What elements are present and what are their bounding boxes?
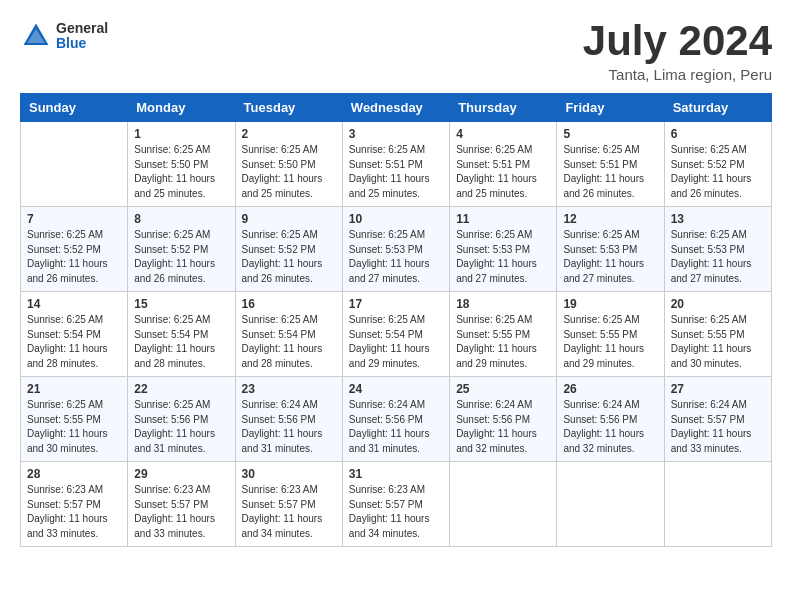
day-number: 2 — [242, 127, 336, 141]
day-info: Sunrise: 6:25 AMSunset: 5:51 PMDaylight:… — [563, 143, 657, 201]
day-number: 7 — [27, 212, 121, 226]
calendar-cell: 24Sunrise: 6:24 AMSunset: 5:56 PMDayligh… — [342, 377, 449, 462]
day-info: Sunrise: 6:25 AMSunset: 5:53 PMDaylight:… — [671, 228, 765, 286]
calendar-cell: 17Sunrise: 6:25 AMSunset: 5:54 PMDayligh… — [342, 292, 449, 377]
day-number: 17 — [349, 297, 443, 311]
calendar-cell — [557, 462, 664, 547]
calendar-cell: 15Sunrise: 6:25 AMSunset: 5:54 PMDayligh… — [128, 292, 235, 377]
location-text: Tanta, Lima region, Peru — [583, 66, 772, 83]
calendar-cell — [664, 462, 771, 547]
calendar-cell — [21, 122, 128, 207]
day-number: 28 — [27, 467, 121, 481]
day-number: 18 — [456, 297, 550, 311]
day-info: Sunrise: 6:25 AMSunset: 5:52 PMDaylight:… — [134, 228, 228, 286]
day-info: Sunrise: 6:23 AMSunset: 5:57 PMDaylight:… — [242, 483, 336, 541]
day-number: 29 — [134, 467, 228, 481]
month-title: July 2024 — [583, 20, 772, 62]
day-number: 9 — [242, 212, 336, 226]
day-info: Sunrise: 6:24 AMSunset: 5:56 PMDaylight:… — [242, 398, 336, 456]
calendar-day-header: Friday — [557, 94, 664, 122]
day-info: Sunrise: 6:25 AMSunset: 5:51 PMDaylight:… — [456, 143, 550, 201]
calendar-day-header: Monday — [128, 94, 235, 122]
day-info: Sunrise: 6:24 AMSunset: 5:57 PMDaylight:… — [671, 398, 765, 456]
calendar-cell: 3Sunrise: 6:25 AMSunset: 5:51 PMDaylight… — [342, 122, 449, 207]
day-number: 14 — [27, 297, 121, 311]
day-number: 5 — [563, 127, 657, 141]
day-info: Sunrise: 6:25 AMSunset: 5:56 PMDaylight:… — [134, 398, 228, 456]
calendar-day-header: Tuesday — [235, 94, 342, 122]
day-number: 21 — [27, 382, 121, 396]
calendar-week-row: 7Sunrise: 6:25 AMSunset: 5:52 PMDaylight… — [21, 207, 772, 292]
day-info: Sunrise: 6:24 AMSunset: 5:56 PMDaylight:… — [349, 398, 443, 456]
day-number: 24 — [349, 382, 443, 396]
day-info: Sunrise: 6:25 AMSunset: 5:54 PMDaylight:… — [27, 313, 121, 371]
day-number: 27 — [671, 382, 765, 396]
calendar-day-header: Saturday — [664, 94, 771, 122]
day-number: 30 — [242, 467, 336, 481]
day-info: Sunrise: 6:25 AMSunset: 5:55 PMDaylight:… — [671, 313, 765, 371]
calendar-cell: 12Sunrise: 6:25 AMSunset: 5:53 PMDayligh… — [557, 207, 664, 292]
title-block: July 2024 Tanta, Lima region, Peru — [583, 20, 772, 83]
calendar-cell: 20Sunrise: 6:25 AMSunset: 5:55 PMDayligh… — [664, 292, 771, 377]
calendar-cell: 18Sunrise: 6:25 AMSunset: 5:55 PMDayligh… — [450, 292, 557, 377]
day-number: 25 — [456, 382, 550, 396]
calendar-cell: 13Sunrise: 6:25 AMSunset: 5:53 PMDayligh… — [664, 207, 771, 292]
logo-blue-text: Blue — [56, 36, 108, 51]
day-info: Sunrise: 6:25 AMSunset: 5:51 PMDaylight:… — [349, 143, 443, 201]
day-number: 12 — [563, 212, 657, 226]
logo-text: General Blue — [56, 21, 108, 52]
calendar-cell: 8Sunrise: 6:25 AMSunset: 5:52 PMDaylight… — [128, 207, 235, 292]
calendar-cell: 10Sunrise: 6:25 AMSunset: 5:53 PMDayligh… — [342, 207, 449, 292]
calendar-cell: 2Sunrise: 6:25 AMSunset: 5:50 PMDaylight… — [235, 122, 342, 207]
day-info: Sunrise: 6:25 AMSunset: 5:53 PMDaylight:… — [349, 228, 443, 286]
calendar-cell: 28Sunrise: 6:23 AMSunset: 5:57 PMDayligh… — [21, 462, 128, 547]
page-header: General Blue July 2024 Tanta, Lima regio… — [20, 20, 772, 83]
day-info: Sunrise: 6:25 AMSunset: 5:54 PMDaylight:… — [349, 313, 443, 371]
calendar-cell: 31Sunrise: 6:23 AMSunset: 5:57 PMDayligh… — [342, 462, 449, 547]
calendar-week-row: 1Sunrise: 6:25 AMSunset: 5:50 PMDaylight… — [21, 122, 772, 207]
day-number: 16 — [242, 297, 336, 311]
calendar-cell: 19Sunrise: 6:25 AMSunset: 5:55 PMDayligh… — [557, 292, 664, 377]
day-info: Sunrise: 6:23 AMSunset: 5:57 PMDaylight:… — [27, 483, 121, 541]
day-info: Sunrise: 6:25 AMSunset: 5:50 PMDaylight:… — [242, 143, 336, 201]
calendar-cell — [450, 462, 557, 547]
calendar-cell: 4Sunrise: 6:25 AMSunset: 5:51 PMDaylight… — [450, 122, 557, 207]
calendar-cell: 11Sunrise: 6:25 AMSunset: 5:53 PMDayligh… — [450, 207, 557, 292]
calendar-cell: 16Sunrise: 6:25 AMSunset: 5:54 PMDayligh… — [235, 292, 342, 377]
day-info: Sunrise: 6:25 AMSunset: 5:55 PMDaylight:… — [563, 313, 657, 371]
day-info: Sunrise: 6:25 AMSunset: 5:53 PMDaylight:… — [563, 228, 657, 286]
day-info: Sunrise: 6:25 AMSunset: 5:55 PMDaylight:… — [456, 313, 550, 371]
calendar-day-header: Thursday — [450, 94, 557, 122]
day-info: Sunrise: 6:25 AMSunset: 5:50 PMDaylight:… — [134, 143, 228, 201]
day-info: Sunrise: 6:25 AMSunset: 5:55 PMDaylight:… — [27, 398, 121, 456]
calendar-cell: 1Sunrise: 6:25 AMSunset: 5:50 PMDaylight… — [128, 122, 235, 207]
day-number: 3 — [349, 127, 443, 141]
calendar-week-row: 21Sunrise: 6:25 AMSunset: 5:55 PMDayligh… — [21, 377, 772, 462]
day-info: Sunrise: 6:25 AMSunset: 5:53 PMDaylight:… — [456, 228, 550, 286]
calendar-header-row: SundayMondayTuesdayWednesdayThursdayFrid… — [21, 94, 772, 122]
calendar-cell: 9Sunrise: 6:25 AMSunset: 5:52 PMDaylight… — [235, 207, 342, 292]
day-info: Sunrise: 6:25 AMSunset: 5:52 PMDaylight:… — [27, 228, 121, 286]
day-number: 15 — [134, 297, 228, 311]
day-info: Sunrise: 6:23 AMSunset: 5:57 PMDaylight:… — [134, 483, 228, 541]
logo-general-text: General — [56, 21, 108, 36]
day-number: 6 — [671, 127, 765, 141]
day-info: Sunrise: 6:25 AMSunset: 5:54 PMDaylight:… — [134, 313, 228, 371]
day-number: 23 — [242, 382, 336, 396]
day-number: 4 — [456, 127, 550, 141]
calendar-week-row: 14Sunrise: 6:25 AMSunset: 5:54 PMDayligh… — [21, 292, 772, 377]
day-number: 19 — [563, 297, 657, 311]
day-info: Sunrise: 6:25 AMSunset: 5:54 PMDaylight:… — [242, 313, 336, 371]
day-info: Sunrise: 6:24 AMSunset: 5:56 PMDaylight:… — [563, 398, 657, 456]
day-number: 31 — [349, 467, 443, 481]
calendar-cell: 5Sunrise: 6:25 AMSunset: 5:51 PMDaylight… — [557, 122, 664, 207]
day-number: 22 — [134, 382, 228, 396]
logo: General Blue — [20, 20, 108, 52]
calendar-cell: 30Sunrise: 6:23 AMSunset: 5:57 PMDayligh… — [235, 462, 342, 547]
calendar-day-header: Wednesday — [342, 94, 449, 122]
calendar-cell: 21Sunrise: 6:25 AMSunset: 5:55 PMDayligh… — [21, 377, 128, 462]
calendar-cell: 22Sunrise: 6:25 AMSunset: 5:56 PMDayligh… — [128, 377, 235, 462]
calendar-cell: 23Sunrise: 6:24 AMSunset: 5:56 PMDayligh… — [235, 377, 342, 462]
calendar-table: SundayMondayTuesdayWednesdayThursdayFrid… — [20, 93, 772, 547]
calendar-cell: 14Sunrise: 6:25 AMSunset: 5:54 PMDayligh… — [21, 292, 128, 377]
